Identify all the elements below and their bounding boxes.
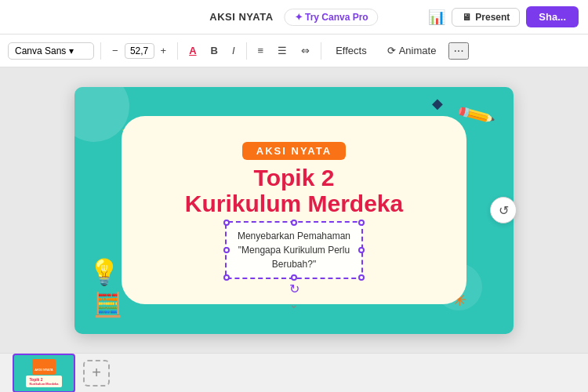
font-size-control: − + <box>107 42 171 60</box>
list-button[interactable]: ☰ <box>273 42 292 60</box>
resize-handle-bm[interactable] <box>291 274 297 281</box>
main-canvas-area: ✏️ ◆ 💡 🧮 ✳ ★ AKSI NYATA Topik 2 Kurikulu… <box>0 67 588 353</box>
chevron-down-icon[interactable]: ⌄ <box>289 298 299 310</box>
topbar-right: 📊 🖥 Present Sha... <box>428 6 579 27</box>
toolbar: Canva Sans ▾ − + A B I ≡ ☰ ⇔ Effects ⟳ A… <box>0 34 588 67</box>
slide-canvas[interactable]: ✏️ ◆ 💡 🧮 ✳ ★ AKSI NYATA Topik 2 Kurikulu… <box>74 87 514 334</box>
calculator-decoration: 🧮 <box>93 291 122 318</box>
indent-button[interactable]: ⇔ <box>296 42 314 60</box>
effects-label: Effects <box>336 45 367 56</box>
font-size-input[interactable] <box>125 43 154 59</box>
document-title: AKSI NYATA <box>209 11 273 23</box>
aksi-nyata-label: AKSI NYATA <box>242 142 346 160</box>
try-canva-button[interactable]: ✦ Try Canva Pro <box>285 9 379 26</box>
thumb-subtitle: Kurikulum Merdeka <box>29 382 58 386</box>
monitor-icon: 🖥 <box>462 12 471 23</box>
diamond-decoration: ◆ <box>432 95 443 112</box>
canvas-wrapper: ✏️ ◆ 💡 🧮 ✳ ★ AKSI NYATA Topik 2 Kurikulu… <box>74 87 514 334</box>
more-options-button[interactable]: ··· <box>448 42 468 60</box>
slide-content-box: AKSI NYATA Topik 2 Kurikulum Merdeka <box>122 116 466 304</box>
text-color-button[interactable]: A <box>184 42 201 60</box>
animate-label: Animate <box>399 45 437 56</box>
bottom-panel: AKSI NYATA Topik 2 Kurikulum Merdeka + <box>0 353 588 392</box>
bold-button[interactable]: B <box>206 42 223 60</box>
present-button[interactable]: 🖥 Present <box>452 8 520 27</box>
resize-handle-mr[interactable] <box>358 247 365 253</box>
separator <box>321 42 321 60</box>
resize-handle-tl[interactable] <box>223 220 230 226</box>
refresh-button[interactable]: ↺ <box>490 197 517 223</box>
lightbulb-decoration: 💡 <box>89 257 120 287</box>
add-slide-button[interactable]: + <box>83 360 110 387</box>
font-size-decrease-button[interactable]: − <box>107 42 123 60</box>
resize-handle-tr[interactable] <box>358 220 365 226</box>
topik-line2: Kurikulum Merdeka <box>185 191 403 216</box>
separator <box>100 42 101 60</box>
resize-handle-br[interactable] <box>358 274 365 281</box>
italic-button[interactable]: I <box>227 42 240 60</box>
font-name-label: Canva Sans <box>15 45 66 56</box>
share-button[interactable]: Sha... <box>526 6 579 27</box>
chevron-down-icon: ▾ <box>69 45 74 56</box>
slide-thumbnail-1[interactable]: AKSI NYATA Topik 2 Kurikulum Merdeka <box>13 354 75 393</box>
resize-handle-tm[interactable] <box>291 220 297 226</box>
animate-button[interactable]: ⟳ Animate <box>379 42 445 60</box>
animate-icon: ⟳ <box>387 45 396 56</box>
separator <box>246 42 247 60</box>
thumb-aksi-label: AKSI NYATA <box>34 368 53 372</box>
rotate-handle[interactable]: ↻ <box>289 281 299 296</box>
selected-text-element[interactable]: Menyebarkan Pemahaman"Mengapa Kurikulum … <box>225 221 363 279</box>
align-button[interactable]: ≡ <box>253 42 269 60</box>
topbar: AKSI NYATA ✦ Try Canva Pro 📊 🖥 Present S… <box>0 0 588 34</box>
font-selector[interactable]: Canva Sans ▾ <box>8 42 94 60</box>
topik-line1: Topik 2 <box>254 165 335 191</box>
thumb-inner: AKSI NYATA Topik 2 Kurikulum Merdeka <box>14 355 74 391</box>
topbar-center: AKSI NYATA ✦ Try Canva Pro <box>209 9 378 26</box>
font-size-increase-button[interactable]: + <box>156 42 172 60</box>
slide-title: Topik 2 Kurikulum Merdeka <box>185 165 403 216</box>
separator <box>177 42 178 60</box>
thumbnail-container: AKSI NYATA Topik 2 Kurikulum Merdeka + <box>13 354 110 393</box>
analytics-icon[interactable]: 📊 <box>428 9 445 26</box>
resize-handle-bl[interactable] <box>223 274 230 281</box>
body-text: Menyebarkan Pemahaman"Mengapa Kurikulum … <box>238 229 350 271</box>
resize-handle-ml[interactable] <box>223 247 230 253</box>
effects-button[interactable]: Effects <box>328 42 375 60</box>
